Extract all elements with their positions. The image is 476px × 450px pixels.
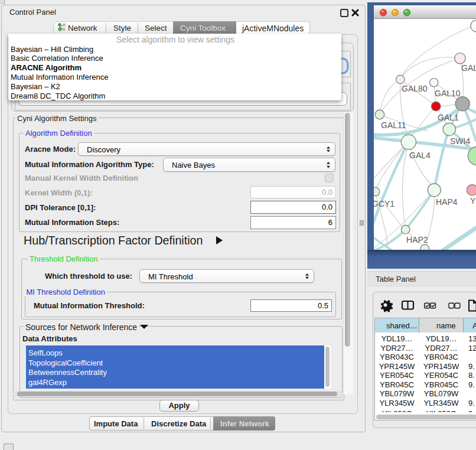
- svg-text:GAL10: GAL10: [435, 89, 461, 98]
- svg-text:GCY1: GCY1: [374, 199, 395, 208]
- svg-text:GAL4: GAL4: [409, 151, 431, 160]
- svg-text:GAL80: GAL80: [402, 84, 428, 93]
- svg-text:Y: Y: [470, 196, 476, 206]
- svg-text:GAL11: GAL11: [381, 120, 406, 130]
- svg-text:HAP2: HAP2: [406, 235, 428, 244]
- svg-text:GAL: GAL: [461, 63, 476, 73]
- svg-text:GAL1: GAL1: [438, 113, 459, 122]
- svg-text:HAP4: HAP4: [436, 197, 458, 207]
- svg-text:SWI4: SWI4: [450, 136, 470, 146]
